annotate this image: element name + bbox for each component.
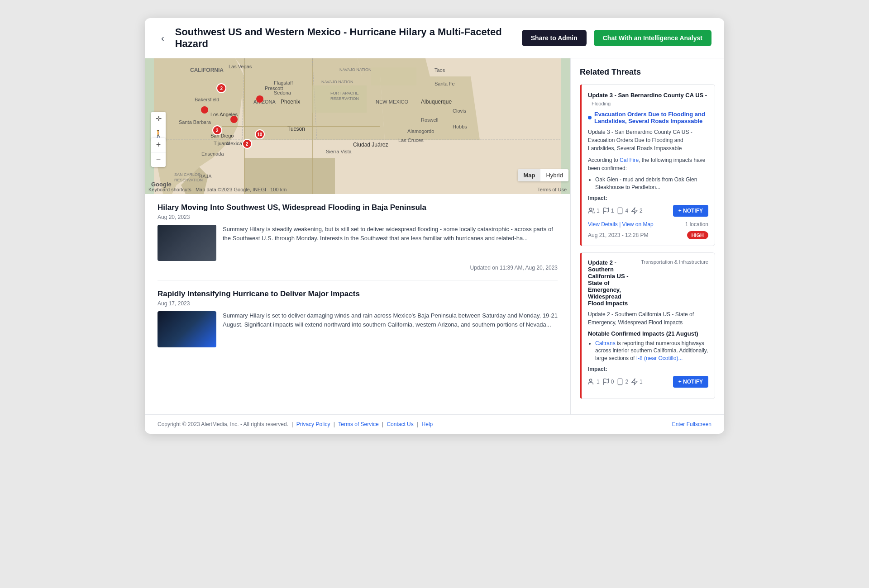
- view-details-link[interactable]: View Details: [588, 221, 618, 228]
- article-image: [158, 311, 216, 347]
- main-container: ‹ Southwest US and Western Mexico - Hurr…: [145, 18, 724, 434]
- article-title[interactable]: Rapidly Intensifying Hurricane to Delive…: [158, 289, 558, 299]
- article-date: Aug 20, 2023: [158, 214, 558, 220]
- svg-text:Flagstaff: Flagstaff: [274, 80, 293, 85]
- svg-text:CALIFORNIA: CALIFORNIA: [190, 67, 224, 73]
- svg-text:Ciudad Juárez: Ciudad Juárez: [353, 142, 388, 148]
- help-link[interactable]: Help: [422, 421, 433, 427]
- terms-of-service-link[interactable]: Terms of Service: [338, 421, 378, 427]
- lightning-icon: [631, 207, 638, 214]
- copyright-text: Copyright © 2023 AlertMedia, Inc. - All …: [158, 421, 288, 427]
- svg-text:Phoenix: Phoenix: [281, 99, 300, 105]
- location-count: 1 location: [685, 221, 708, 228]
- chat-with-analyst-button[interactable]: Chat With an Intelligence Analyst: [594, 30, 711, 46]
- map-zoom-controls: + −: [151, 138, 166, 167]
- contact-us-link[interactable]: Contact Us: [387, 421, 413, 427]
- lightning-icon-2: [631, 378, 638, 385]
- map-pin[interactable]: [256, 95, 263, 103]
- svg-text:Clovis: Clovis: [453, 108, 466, 114]
- svg-text:NAVAJO NATION: NAVAJO NATION: [339, 67, 372, 72]
- enter-fullscreen-link[interactable]: Enter Fullscreen: [672, 421, 711, 427]
- footer-left: Copyright © 2023 AlertMedia, Inc. - All …: [158, 421, 433, 427]
- article-date: Aug 17, 2023: [158, 300, 558, 307]
- map-terms[interactable]: Terms of Use: [537, 187, 567, 192]
- map-navigation-controls: ✛ 🚶: [151, 112, 166, 141]
- threat-card-2: Update 2 - Southern California US - Stat…: [580, 252, 715, 399]
- map-type-hybrid-button[interactable]: Hybrid: [540, 169, 568, 181]
- svg-text:RESERVATION: RESERVATION: [330, 96, 359, 101]
- threat-card-header-2: Update 2 - Southern California US - Stat…: [588, 259, 708, 307]
- svg-text:RESERVATION: RESERVATION: [174, 178, 203, 182]
- threat-category: Flooding: [592, 101, 611, 106]
- notify-button-2[interactable]: + NOTIFY: [673, 376, 708, 388]
- zoom-out-button[interactable]: −: [151, 152, 166, 167]
- impact-people-2: 1: [588, 378, 600, 385]
- svg-text:Ensenada: Ensenada: [201, 151, 224, 156]
- svg-text:Prescott: Prescott: [265, 85, 283, 91]
- left-panel: CALIFORNIA ARIZONA FORT APACHE RESERVATI…: [145, 58, 570, 414]
- header: ‹ Southwest US and Western Mexico - Hurr…: [145, 18, 724, 58]
- impact-flag: 1: [602, 207, 614, 214]
- lightning-count-2: 1: [640, 379, 643, 385]
- map-type-map-button[interactable]: Map: [518, 169, 540, 181]
- device-icon-2: [616, 378, 624, 385]
- threat-title-2: Update 2 - Southern California US - Stat…: [588, 259, 637, 307]
- map-pin-cluster[interactable]: 2: [212, 125, 222, 135]
- svg-point-57: [589, 379, 592, 381]
- threat-subtitle: Evacuation Orders Due to Flooding and La…: [588, 111, 708, 124]
- zoom-in-button[interactable]: +: [151, 138, 166, 152]
- threat-footer: Aug 21, 2023 - 12:28 PM HIGH: [588, 231, 708, 239]
- impact-device-2: 2: [616, 378, 628, 385]
- people-count: 1: [597, 208, 600, 214]
- impact-people: 1: [588, 207, 600, 214]
- map-container[interactable]: CALIFORNIA ARIZONA FORT APACHE RESERVATI…: [145, 58, 570, 194]
- article-image: [158, 225, 216, 261]
- i8-link[interactable]: I-8 (near Ocotillo)...: [636, 355, 683, 361]
- share-to-admin-button[interactable]: Share to Admin: [522, 30, 587, 46]
- threat-bullets: Oak Glen - mud and debris from Oak Glen …: [588, 176, 708, 191]
- threat-caltrans-info: Caltrans is reporting that numerous high…: [588, 340, 708, 362]
- svg-text:SAN CARLOS: SAN CARLOS: [174, 172, 201, 177]
- impact-lightning-2: 1: [631, 378, 643, 385]
- map-pin-cluster[interactable]: 2: [216, 83, 226, 93]
- article-thumbnail: [158, 225, 216, 261]
- cal-fire-link[interactable]: Cal Fire: [620, 157, 639, 163]
- map-pin-cluster[interactable]: 10: [255, 129, 265, 139]
- svg-text:Santa Fe: Santa Fe: [434, 81, 455, 86]
- svg-text:Alamogordo: Alamogordo: [407, 128, 434, 134]
- map-pin[interactable]: [201, 106, 208, 114]
- article-summary: Summary Hilary is steadily weakening, bu…: [223, 225, 558, 261]
- people-count-2: 1: [597, 379, 600, 385]
- privacy-policy-link[interactable]: Privacy Policy: [296, 421, 330, 427]
- caltrans-bullet: Caltrans is reporting that numerous high…: [595, 340, 708, 362]
- svg-text:NAVAJO NATION: NAVAJO NATION: [321, 80, 353, 84]
- svg-marker-61: [632, 379, 637, 384]
- map-pin-cluster[interactable]: 2: [242, 139, 252, 149]
- page-title: Southwest US and Western Mexico - Hurric…: [175, 26, 515, 50]
- svg-text:Albuquerque: Albuquerque: [421, 99, 452, 105]
- people-icon: [588, 207, 595, 214]
- threat-category-2: Transportation & Infrastructure: [641, 259, 708, 265]
- back-button[interactable]: ‹: [158, 31, 168, 45]
- caltrans-link[interactable]: Caltrans: [595, 340, 616, 346]
- article-summary: Summary Hilary is set to deliver damagin…: [223, 311, 558, 347]
- flag-icon-2: [602, 378, 610, 385]
- blue-dot-indicator: [588, 116, 592, 119]
- threat-card-1: Update 3 - San Bernardino County CA US -…: [580, 84, 715, 246]
- article-title[interactable]: Hilary Moving Into Southwest US, Widespr…: [158, 203, 558, 212]
- device-icon: [616, 207, 624, 214]
- map-footer-shortcuts: Keyboard shortcuts Map data ©2023 Google…: [148, 187, 286, 192]
- impact-device: 4: [616, 207, 628, 214]
- flag-count-2: 0: [611, 379, 614, 385]
- flag-icon: [602, 207, 610, 214]
- map-svg: CALIFORNIA ARIZONA FORT APACHE RESERVATI…: [145, 58, 570, 194]
- related-threats-title: Related Threats: [580, 67, 715, 77]
- svg-text:Las Cruces: Las Cruces: [398, 138, 424, 143]
- lightning-count: 2: [640, 208, 643, 214]
- view-on-map-link[interactable]: View on Map: [622, 221, 654, 228]
- svg-text:Las Vegas: Las Vegas: [229, 64, 252, 69]
- notify-button-1[interactable]: + NOTIFY: [673, 205, 708, 217]
- map-pin[interactable]: [230, 116, 238, 123]
- map-pan-button[interactable]: ✛: [151, 112, 166, 126]
- article-thumbnail: [158, 311, 216, 347]
